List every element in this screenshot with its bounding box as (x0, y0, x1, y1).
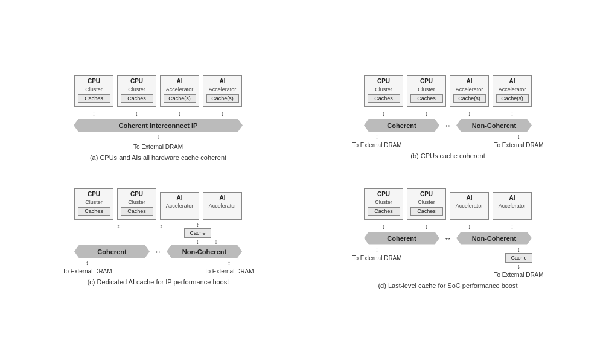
unit-title: AI (177, 78, 183, 85)
dram-text-left-c: To External DRAM (62, 268, 112, 275)
main-container: CPU Cluster Caches CPU Cluster Caches AI… (7, 66, 599, 298)
unit-ai2-b: AI Accelerator Cache(s) (493, 75, 532, 107)
units-row-d: CPU Cluster Caches CPU Cluster Caches AI… (364, 188, 532, 220)
unit-subtitle: Accelerator (499, 87, 526, 93)
arrow-dram-right-b: ↕ (517, 134, 520, 140)
dram-text-right-d: To External DRAM (494, 272, 543, 278)
unit-cpu2-d: CPU Cluster Caches (407, 188, 446, 220)
unit-subtitle: Cluster (128, 87, 145, 93)
cache-label: Cache(s) (206, 94, 239, 103)
dram-text-right-c: To External DRAM (204, 268, 254, 275)
units-row-b: CPU Cluster Caches CPU Cluster Caches AI… (364, 75, 532, 107)
unit-cpu1-a: CPU Cluster Caches (74, 75, 113, 107)
arrow-dram-left-c: ↕ (86, 260, 89, 266)
arrow-dram-a: ↕ (157, 134, 160, 140)
unit-subtitle: Accelerator (209, 203, 237, 209)
arrow-dram-left-d: ↕ (375, 247, 378, 253)
dram-text-left-b: To External DRAM (352, 142, 401, 148)
arrow-dram-left-b: ↕ (375, 134, 378, 140)
caption-b: (b) CPUs cache coherent (410, 152, 485, 159)
units-row-c: CPU Cluster Caches CPU Cluster Caches AI… (74, 188, 242, 220)
arrows-d: ↕ ↕ ↕ ↕ (364, 222, 532, 232)
unit-title: CPU (420, 191, 433, 198)
arrow-h-b: ↔ (444, 121, 451, 130)
unit-subtitle: Accelerator (166, 87, 194, 93)
diagram-a: CPU Cluster Caches CPU Cluster Caches AI… (16, 75, 300, 176)
arrow-h-c: ↔ (155, 247, 162, 256)
unit-subtitle: Cluster (375, 87, 392, 93)
unit-cpu1-c: CPU Cluster Caches (74, 188, 113, 220)
interconnect-a: Coherent Interconnect IP (74, 119, 243, 132)
unit-cpu2-c: CPU Cluster Caches (117, 188, 156, 220)
unit-ai1-b: AI Accelerator Cache(s) (450, 75, 489, 107)
arrow-dram-right-c: ↕ (228, 260, 231, 266)
unit-cpu1-b: CPU Cluster Caches (364, 75, 403, 107)
unit-title: CPU (88, 191, 100, 198)
unit-subtitle: Cluster (85, 200, 103, 206)
banner-row-b: Coherent ↔ Non-Coherent (364, 119, 532, 132)
coherent-banner-b: Coherent (364, 119, 439, 132)
cache-label: Caches (78, 207, 110, 216)
unit-subtitle: Accelerator (456, 203, 483, 209)
arrows-a: ↕ ↕ ↕ ↕ (74, 109, 242, 119)
unit-cpu2-a: CPU Cluster Caches (117, 75, 156, 107)
unit-ai2-a: AI Accelerator Cache(s) (203, 75, 242, 107)
unit-title: AI (467, 194, 473, 202)
unit-ai1-a: AI Accelerator Cache(s) (160, 75, 199, 107)
coherent-banner-c: Coherent (74, 245, 150, 258)
unit-ai2-d: AI Accelerator (493, 192, 532, 220)
noncoherent-banner-b: Non-Coherent (456, 119, 532, 132)
banner-row-c: Coherent ↔ Non-Coherent (74, 245, 242, 258)
unit-subtitle: Cluster (418, 87, 435, 93)
cache-label: Caches (78, 94, 110, 103)
unit-ai1-d: AI Accelerator (450, 192, 489, 220)
unit-subtitle: Accelerator (166, 203, 194, 209)
cache-label: Cache(s) (453, 94, 486, 103)
unit-title: AI (509, 78, 515, 85)
unit-title: AI (220, 78, 226, 85)
unit-title: CPU (130, 191, 143, 198)
unit-title: CPU (377, 78, 390, 85)
dram-text-right-b: To External DRAM (494, 142, 543, 148)
diagram-c: CPU Cluster Caches CPU Cluster Caches AI… (16, 188, 300, 289)
arrow-h-d: ↔ (444, 234, 451, 243)
dram-text-a: To External DRAM (133, 144, 183, 150)
banner-row-d: Coherent ↔ Non-Coherent (364, 232, 532, 245)
unit-subtitle: Accelerator (209, 87, 237, 93)
coherent-banner-d: Coherent (364, 232, 439, 245)
noncoherent-banner-c: Non-Coherent (167, 245, 242, 258)
unit-subtitle: Cluster (85, 87, 103, 93)
ai-cache-c: Cache (184, 228, 211, 238)
llc-box-d: Cache (505, 253, 532, 263)
unit-ai2-c: AI Accelerator (203, 192, 242, 220)
unit-ai1-c: AI Accelerator (160, 192, 199, 220)
arrows-b-left: ↕ ↕ (364, 109, 446, 119)
unit-title: AI (467, 78, 473, 85)
unit-subtitle: Cluster (128, 200, 145, 206)
noncoherent-banner-d: Non-Coherent (456, 232, 532, 245)
unit-title: AI (220, 194, 226, 202)
unit-title: AI (177, 194, 183, 202)
diagram-b: CPU Cluster Caches CPU Cluster Caches AI… (306, 75, 590, 176)
arrows-b-right: ↕ ↕ (450, 109, 532, 119)
unit-subtitle: Cluster (418, 200, 435, 206)
arrow-dram-right-d: ↕ (517, 264, 520, 270)
unit-cpu1-d: CPU Cluster Caches (364, 188, 403, 220)
cache-label: Caches (121, 94, 153, 103)
unit-title: CPU (130, 78, 143, 85)
dram-text-left-d: To External DRAM (352, 255, 401, 261)
unit-cpu2-b: CPU Cluster Caches (407, 75, 446, 107)
caption-c: (c) Dedicated AI cache for IP performanc… (88, 278, 229, 286)
diagram-d: CPU Cluster Caches CPU Cluster Caches AI… (306, 188, 590, 289)
cache-label: Cache(s) (496, 94, 529, 103)
arrow-llc-d: ↕ (517, 247, 520, 253)
cache-label: Caches (368, 94, 400, 103)
cache-label: Caches (121, 207, 153, 216)
unit-title: CPU (88, 78, 100, 85)
unit-subtitle: Accelerator (499, 203, 526, 209)
caption-d: (d) Last-level cache for SoC performance… (378, 282, 517, 289)
unit-title: AI (509, 194, 515, 202)
cache-label: Caches (410, 207, 443, 216)
caption-a: (a) CPUs and AIs all hardware cache cohe… (90, 154, 226, 161)
cache-label: Caches (368, 207, 400, 216)
